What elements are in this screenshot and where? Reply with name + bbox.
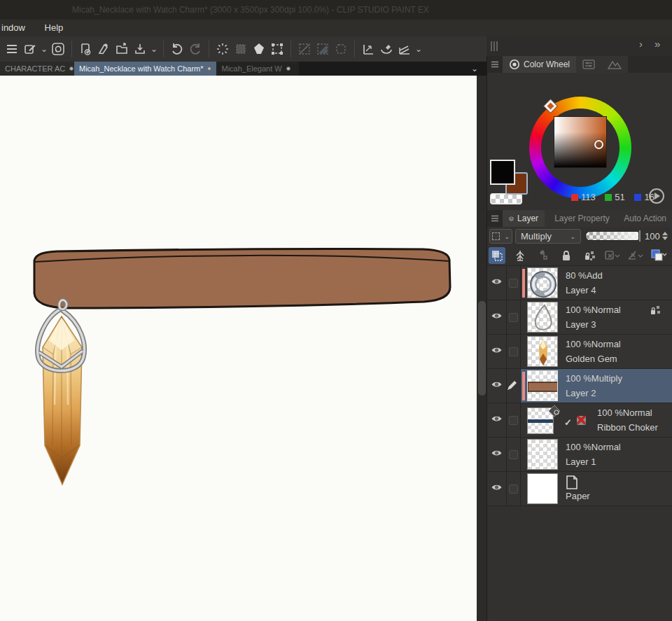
layer-name: Layer 1 (566, 456, 596, 467)
new-document-icon[interactable] (76, 40, 94, 58)
layer-thumbnail-brown-band[interactable] (527, 370, 558, 401)
opacity-spinner[interactable] (662, 232, 668, 240)
doc-tab-elegant[interactable]: Micah_Elegant W (216, 62, 299, 76)
visibility-eye-icon[interactable] (491, 346, 503, 354)
visibility-eye-icon[interactable] (491, 277, 503, 286)
red-value: 113 (581, 192, 596, 202)
layer-row-golden-gem[interactable]: 100 %Normal Golden Gem (487, 334, 672, 368)
undo-icon[interactable] (168, 40, 186, 58)
visibility-eye-icon[interactable] (491, 449, 503, 457)
layer-color-combo[interactable]: ⌄ (489, 229, 512, 244)
toolbar-divider (209, 41, 209, 57)
pen-edit-icon[interactable] (94, 40, 113, 58)
color-mode-button[interactable] (649, 188, 664, 204)
spin-down-icon[interactable] (662, 237, 668, 240)
doc-tab-label: Micah_Elegant W (221, 64, 281, 73)
layer-name: Layer 2 (566, 388, 596, 398)
visibility-eye-icon[interactable] (491, 483, 503, 491)
layer-blend: 100 %Normal (597, 407, 652, 418)
layer-row-paper[interactable]: Paper (487, 471, 672, 505)
lock-transparent-pixels-icon[interactable] (581, 247, 598, 264)
open-file-icon[interactable] (113, 40, 131, 58)
layer-checkbox[interactable] (509, 484, 518, 494)
combine-layer-icon[interactable] (604, 247, 621, 264)
visibility-eye-icon[interactable] (491, 312, 503, 320)
scrollbar-thumb[interactable] (478, 301, 486, 396)
layer-mask-badge-icon (547, 405, 561, 417)
layer-checkbox[interactable] (509, 450, 518, 459)
layer-color-icon[interactable] (650, 247, 667, 264)
tab-color-wheel[interactable]: Color Wheel (503, 56, 576, 73)
color-panel-menu-icon[interactable] (487, 56, 503, 73)
layer-thumbnail-paper[interactable] (527, 473, 558, 504)
sv-cursor[interactable] (594, 140, 603, 149)
spin-up-icon[interactable] (662, 232, 668, 235)
chevron-down-icon: ⌄ (570, 233, 575, 240)
tab-color-slider[interactable] (576, 56, 601, 73)
lock-layer-icon[interactable] (558, 247, 575, 264)
layer-row-layer1[interactable]: 100 %Normal Layer 1 (487, 437, 672, 471)
layer-thumbnail-silver-ring[interactable] (527, 267, 558, 298)
reselect-icon[interactable] (232, 40, 250, 58)
transform-icon[interactable] (268, 40, 286, 58)
blend-mode-value: Multiply (521, 231, 552, 242)
menu-window[interactable]: indow (0, 20, 34, 36)
save-icon[interactable] (131, 40, 149, 58)
visibility-eye-icon[interactable] (491, 414, 503, 423)
menu-help[interactable]: Help (36, 20, 72, 36)
layer-thumbnail-golden-gem[interactable] (527, 336, 558, 367)
tab-layer[interactable]: Layer (503, 210, 545, 227)
transparent-color-swatch[interactable] (490, 193, 522, 204)
tab-auto-action[interactable]: Auto Action (614, 210, 672, 227)
main-color-swatch[interactable] (490, 160, 515, 185)
tab-list-chevron-icon[interactable]: ⌄ (466, 62, 483, 76)
save-chevron-icon[interactable]: ⌄ (149, 44, 159, 54)
selection-border-off-icon[interactable] (295, 40, 314, 58)
opacity-slider[interactable] (585, 231, 641, 241)
delete-ruler-icon[interactable] (627, 247, 644, 264)
panel-drag-handle-icon[interactable] (489, 41, 499, 52)
clip-studio-icon[interactable] (49, 40, 67, 58)
layer-row-layer2-selected[interactable]: 100 %Multiply Layer 2 (487, 368, 672, 403)
tab-layer-property[interactable]: Layer Property (545, 210, 614, 227)
canvas[interactable] (0, 76, 477, 621)
layer-checkbox[interactable] (509, 347, 518, 356)
doc-tab-necklace-active[interactable]: Micah_Necklace with Watch Charm* (74, 62, 216, 76)
layer-thumbnail-transparent[interactable] (527, 439, 558, 470)
invert-selection-icon[interactable] (250, 40, 268, 58)
layer-blend: 100 %Multiply (566, 373, 622, 384)
workspace-chevron-icon[interactable]: ⌄ (39, 44, 49, 54)
workspace-icon[interactable] (21, 40, 39, 58)
tab-approximate-color[interactable] (601, 56, 628, 73)
redo-icon[interactable] (186, 40, 204, 58)
clip-at-layer-icon[interactable] (512, 247, 528, 264)
snap-ruler-icon[interactable] (359, 40, 377, 58)
visibility-eye-icon[interactable] (491, 380, 503, 389)
doc-tab-character[interactable]: CHARACTER AC (0, 62, 74, 76)
layer-thumbnail-wire-outline[interactable] (527, 302, 558, 333)
layer-panel-menu-icon[interactable] (487, 210, 503, 227)
deselect-icon[interactable] (214, 40, 232, 58)
command-bar-chevron-icon[interactable]: ⌄ (414, 44, 424, 54)
layer-row-layer3[interactable]: 100 %Normal Layer 3 (487, 300, 672, 334)
layer-checkbox[interactable] (509, 416, 518, 425)
green-swatch-icon (605, 194, 612, 201)
artwork (0, 76, 477, 621)
layer-row-ribbon-choker[interactable]: ✓ ✕ 100 %Normal Ribbon Choker (487, 403, 672, 437)
canvas-vertical-scrollbar[interactable] (477, 76, 487, 621)
snap-special-ruler-icon[interactable] (377, 40, 396, 58)
layer-checkbox[interactable] (509, 313, 518, 322)
blend-mode-dropdown[interactable]: Multiply ⌄ (515, 229, 581, 244)
panel-collapse-all-icon[interactable]: » (654, 38, 660, 50)
main-menu-icon[interactable] (3, 40, 21, 58)
enable-mask-icon[interactable] (535, 247, 552, 264)
snap-grid-icon[interactable] (396, 40, 414, 58)
layer-checkbox[interactable] (509, 279, 518, 288)
layer-row-layer4[interactable]: 80 %Add Layer 4 (487, 265, 672, 300)
selection-launcher-icon[interactable] (332, 40, 350, 58)
opacity-slider-thumb[interactable] (638, 230, 641, 242)
thumbnail-view-icon[interactable] (489, 247, 505, 264)
panel-collapse-icon[interactable]: › (639, 38, 643, 50)
tab-label: Layer Property (554, 214, 610, 223)
selection-border-show-icon[interactable] (314, 40, 332, 58)
